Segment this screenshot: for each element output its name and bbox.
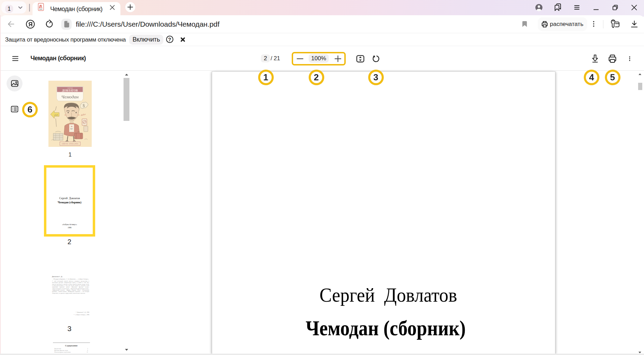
- svg-text:Я: Я: [28, 21, 33, 28]
